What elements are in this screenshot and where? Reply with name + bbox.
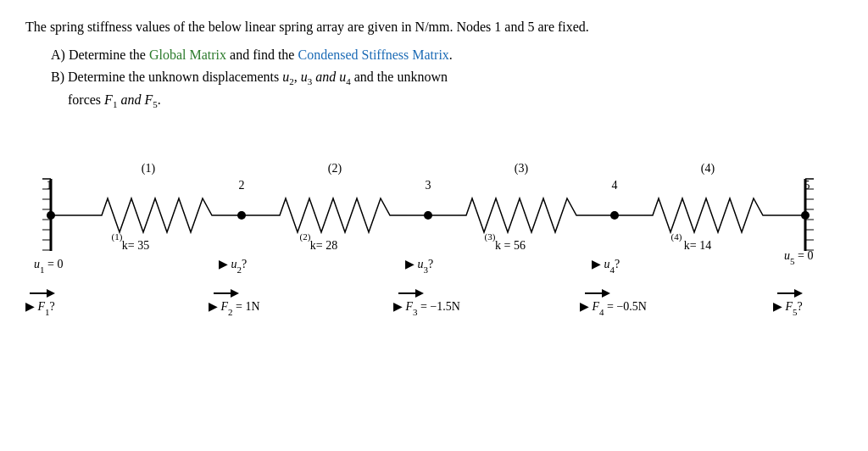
intro-text: The spring stiffness values of the below… — [25, 17, 843, 37]
spring-label-2: (2) — [328, 162, 342, 175]
spring-label-1: (1) — [142, 162, 156, 175]
k1-superscript: (1) — [112, 231, 123, 242]
global-matrix-label: Global Matrix — [149, 47, 226, 62]
k3-superscript: (3) — [485, 231, 496, 242]
f4-label: ▶ F4 = −0.5N — [580, 300, 647, 317]
part-a-suffix: . — [449, 47, 453, 62]
condensed-matrix-label: Condensed Stiffness Matrix — [298, 47, 448, 62]
part-b: B) Determine the unknown displacements u… — [51, 66, 843, 114]
f3-label: ▶ F3 = −1.5N — [393, 300, 460, 317]
u4-label: ▶ u4? — [592, 258, 620, 275]
spring-label-4: (4) — [701, 162, 715, 175]
node-num-3: 3 — [426, 179, 431, 192]
k2-label: k= 28 — [310, 239, 337, 252]
spring-label-3: (3) — [515, 162, 529, 175]
part-a-prefix: A) Determine the — [51, 47, 149, 62]
part-b-prefix: B) Determine the unknown displacements u… — [51, 70, 448, 84]
svg-marker-34 — [231, 289, 239, 298]
k1-label: k= 35 — [122, 239, 149, 252]
k2-superscript: (2) — [300, 231, 311, 242]
k3-label: k = 56 — [495, 239, 526, 252]
svg-point-29 — [47, 211, 55, 220]
f5-label: ▶ F5? — [773, 300, 803, 317]
f1-label: ▶ F1? — [25, 300, 55, 317]
svg-marker-32 — [47, 289, 55, 298]
u3-label: ▶ u3? — [405, 258, 433, 275]
u1-label: u1 = 0 — [34, 258, 63, 275]
part-a-mid: and find the — [226, 47, 298, 62]
node-num-2: 2 — [239, 179, 245, 192]
svg-marker-38 — [602, 289, 610, 298]
u5-label: u5 = 0 — [784, 249, 813, 266]
spring-diagram: (1) (2) (3) (4) 1 2 3 4 5 (1) k= 35 (2) … — [25, 128, 839, 331]
node-num-4: 4 — [612, 179, 618, 192]
u2-label: ▶ u2? — [219, 258, 247, 275]
intro-content: The spring stiffness values of the below… — [25, 19, 589, 34]
f2-label: ▶ F2 = 1N — [209, 300, 260, 317]
svg-point-30 — [801, 211, 810, 220]
k4-label: k= 14 — [684, 239, 711, 252]
svg-marker-36 — [415, 289, 424, 298]
part-b-line2: forces F1 and F5. — [68, 92, 161, 107]
node-num-5: 5 — [804, 179, 810, 192]
node-num-1: 1 — [47, 179, 53, 192]
diagram-svg: (1) (2) (3) (4) 1 2 3 4 5 (1) k= 35 (2) … — [25, 128, 839, 331]
svg-marker-40 — [794, 289, 803, 298]
k4-superscript: (4) — [671, 231, 682, 242]
part-a: A) Determine the Global Matrix and find … — [51, 44, 843, 66]
